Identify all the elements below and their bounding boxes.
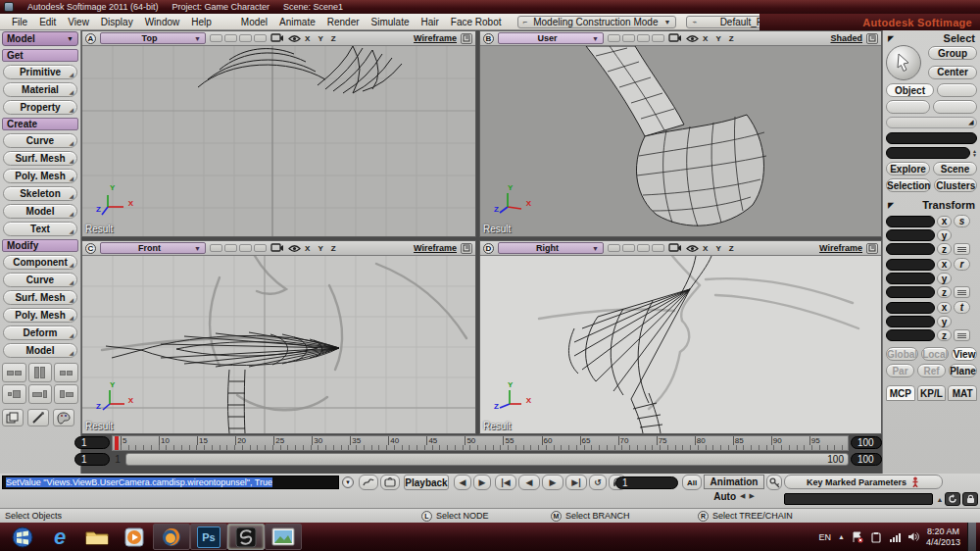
eye-icon[interactable] <box>686 34 699 43</box>
menu-item[interactable]: View <box>62 16 95 28</box>
memo-cams[interactable] <box>210 244 267 252</box>
step-back-button[interactable]: ◀ <box>454 475 471 490</box>
menu-item[interactable]: File <box>6 16 33 28</box>
menu-item[interactable]: Window <box>139 16 186 28</box>
viewport-a-canvas[interactable]: X Y Z Result <box>82 46 475 236</box>
playhead[interactable] <box>115 436 119 451</box>
go-to-end-button[interactable]: ▶| <box>565 475 587 490</box>
range-end-field[interactable]: 100 <box>851 453 882 466</box>
center-button[interactable]: Center <box>928 66 977 79</box>
camera-icon[interactable] <box>668 243 682 253</box>
plane-mode-button[interactable]: Plane <box>949 364 977 377</box>
command-history-dropdown[interactable]: ▼ <box>342 476 354 488</box>
panel-button[interactable]: Material◢ <box>3 82 77 97</box>
display-mode-dropdown[interactable]: Wireframe <box>414 33 457 43</box>
viewport-d-canvas[interactable]: X Y Z Result <box>480 256 881 433</box>
layout-preset-button[interactable] <box>28 363 53 382</box>
viewport-letter-button[interactable]: B <box>483 33 494 44</box>
animation-menu-button[interactable]: Animation <box>704 475 764 489</box>
x-axis-button[interactable]: x <box>937 302 952 314</box>
camera-dropdown[interactable]: Top ▼ <box>100 32 206 44</box>
axis-toggle-buttons[interactable]: X Y Z <box>703 34 737 43</box>
panel-button[interactable]: Poly. Mesh◢ <box>3 308 77 323</box>
play-backward-button[interactable]: ◀ <box>518 475 540 490</box>
selection-filter-row[interactable]: ◤ <box>886 117 977 128</box>
firefox-icon[interactable] <box>153 524 190 550</box>
camera-icon[interactable] <box>270 33 284 43</box>
axis-toggle-buttons[interactable]: X Y Z <box>305 34 339 43</box>
layout-preset-button[interactable] <box>54 363 78 382</box>
module-menu-item[interactable]: Render <box>321 16 366 28</box>
object-filter-button[interactable]: Object <box>886 83 934 97</box>
construction-mode-dropdown[interactable]: ⌐ Modeling Construction Mode ▼ <box>517 16 677 28</box>
display-mode-dropdown[interactable]: Wireframe <box>414 243 457 253</box>
z-axis-button[interactable]: z <box>937 329 952 341</box>
lock-icon[interactable] <box>962 492 978 506</box>
menu-item[interactable]: Display <box>95 16 139 28</box>
maximize-viewport-icon[interactable] <box>461 243 472 254</box>
start-button[interactable] <box>4 524 41 550</box>
go-to-start-button[interactable]: |◀ <box>495 475 516 490</box>
module-menu-item[interactable]: Simulate <box>366 16 416 28</box>
memo-cams[interactable] <box>210 34 267 42</box>
panel-button[interactable]: Surf. Mesh◢ <box>3 151 77 166</box>
camera-icon[interactable] <box>668 33 682 43</box>
select-tool-button[interactable] <box>886 45 921 80</box>
scale-y-field[interactable] <box>886 229 935 241</box>
softimage-taskbar-icon[interactable] <box>227 524 265 550</box>
action-center-flag-icon[interactable] <box>852 531 863 543</box>
viewport-letter-button[interactable]: C <box>85 243 96 254</box>
memo-cams[interactable] <box>608 34 664 42</box>
translate-x-field[interactable] <box>886 302 935 314</box>
scale-x-field[interactable] <box>886 216 935 227</box>
y-axis-button[interactable]: y <box>937 273 952 284</box>
panel-button[interactable]: Model◢ <box>3 343 77 358</box>
play-forward-button[interactable]: ▶ <box>542 475 564 490</box>
file-explorer-icon[interactable] <box>78 524 116 550</box>
script-command-field[interactable]: SetValue "Views.ViewB.UserCamera.camdisp… <box>2 476 339 489</box>
camera-dropdown[interactable]: User ▼ <box>498 32 604 44</box>
z-axis-button[interactable]: z <box>937 243 952 255</box>
current-frame-field[interactable]: 1 <box>74 436 110 449</box>
transform-panel-header[interactable]: ◤ Transform <box>886 198 977 212</box>
x-axis-button[interactable]: x <box>937 216 952 227</box>
display-mode-dropdown[interactable]: Wireframe <box>819 243 862 253</box>
all-button[interactable]: All <box>682 475 702 490</box>
tab-mcp[interactable]: MCP <box>886 385 915 401</box>
auto-key-label[interactable]: Auto <box>713 491 736 502</box>
rotate-y-field[interactable] <box>886 273 935 284</box>
prev-key-icon[interactable]: ◀ <box>740 492 745 500</box>
panel-button[interactable]: Curve◢ <box>3 133 77 148</box>
start-frame-field[interactable]: 1 <box>74 453 110 466</box>
module-menu-item[interactable]: Animate <box>273 16 321 28</box>
scale-z-field[interactable] <box>886 243 935 255</box>
selection-button[interactable]: Selection <box>886 178 931 192</box>
y-axis-button[interactable]: y <box>937 229 952 241</box>
filter-blank-button[interactable] <box>937 83 977 97</box>
scene-button[interactable]: Scene <box>933 162 977 175</box>
y-axis-button[interactable]: y <box>937 316 952 327</box>
key-icon[interactable] <box>766 475 782 490</box>
weight-slider[interactable] <box>784 493 933 505</box>
select-panel-header[interactable]: ◤ Select <box>886 31 977 45</box>
translate-z-field[interactable] <box>886 329 935 341</box>
panel-button[interactable]: Model◢ <box>3 204 77 219</box>
viewport-letter-button[interactable]: D <box>483 243 494 254</box>
image-viewer-icon[interactable] <box>265 524 302 550</box>
timeline-ruler[interactable]: 5101520253035404550556065707580859095 <box>112 435 849 451</box>
eye-icon[interactable] <box>288 244 301 253</box>
photoshop-icon[interactable]: Ps <box>190 524 227 550</box>
layout-preset-button[interactable] <box>54 384 78 404</box>
rotate-z-field[interactable] <box>886 286 935 298</box>
step-forward-button[interactable]: ▶ <box>473 475 491 490</box>
volume-icon[interactable] <box>907 531 919 542</box>
local-mode-button[interactable]: Local <box>921 347 949 361</box>
viewport-letter-button[interactable]: A <box>85 33 96 44</box>
axis-toggle-buttons[interactable]: X Y Z <box>305 244 339 253</box>
rotate-x-field[interactable] <box>886 259 935 271</box>
scale-mode-button[interactable]: s <box>954 215 970 227</box>
camera-icon[interactable] <box>270 243 284 253</box>
axis-toggle-buttons[interactable]: X Y Z <box>703 244 737 253</box>
explore-button[interactable]: Explore <box>886 162 930 175</box>
eye-icon[interactable] <box>288 34 301 43</box>
